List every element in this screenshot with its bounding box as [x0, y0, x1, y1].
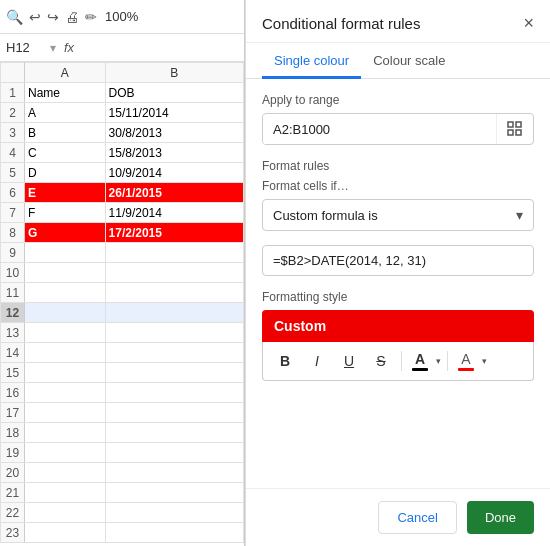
table-row[interactable]: 5D10/9/2014	[1, 163, 244, 183]
cell-a[interactable]: F	[25, 203, 106, 223]
table-row[interactable]: 20	[1, 463, 244, 483]
cell-a[interactable]: Name	[25, 83, 106, 103]
table-row[interactable]: 13	[1, 323, 244, 343]
cell-b[interactable]	[105, 403, 243, 423]
cell-a[interactable]: E	[25, 183, 106, 203]
cell-a[interactable]	[25, 463, 106, 483]
cell-a[interactable]	[25, 423, 106, 443]
cell-b[interactable]	[105, 243, 243, 263]
cell-b[interactable]: 10/9/2014	[105, 163, 243, 183]
cell-b[interactable]	[105, 303, 243, 323]
format-icon[interactable]: ✏	[85, 9, 97, 25]
cell-a[interactable]	[25, 283, 106, 303]
cell-a[interactable]: D	[25, 163, 106, 183]
print-icon[interactable]: 🖨	[65, 9, 79, 25]
cell-b[interactable]	[105, 483, 243, 503]
font-color-dropdown-arrow[interactable]: ▾	[436, 356, 441, 366]
tab-single-colour[interactable]: Single colour	[262, 43, 361, 79]
table-row[interactable]: 6E26/1/2015	[1, 183, 244, 203]
cancel-button[interactable]: Cancel	[378, 501, 456, 534]
formula-input[interactable]	[262, 245, 534, 276]
grid-select-icon[interactable]	[496, 114, 533, 144]
cell-a[interactable]	[25, 323, 106, 343]
table-row[interactable]: 9	[1, 243, 244, 263]
cell-b[interactable]: 15/11/2014	[105, 103, 243, 123]
cell-b[interactable]	[105, 443, 243, 463]
cell-reference[interactable]: H12	[6, 40, 42, 55]
table-row[interactable]: 4C15/8/2013	[1, 143, 244, 163]
cell-b[interactable]	[105, 283, 243, 303]
cell-a[interactable]	[25, 363, 106, 383]
cell-a[interactable]	[25, 243, 106, 263]
cell-a[interactable]: B	[25, 123, 106, 143]
cell-a[interactable]	[25, 523, 106, 543]
cell-b[interactable]: 11/9/2014	[105, 203, 243, 223]
toolbar: 🔍 ↩ ↪ 🖨 ✏ 100%	[0, 0, 244, 34]
cell-a[interactable]	[25, 483, 106, 503]
cell-b[interactable]	[105, 323, 243, 343]
done-button[interactable]: Done	[467, 501, 534, 534]
underline-button[interactable]: U	[335, 347, 363, 375]
formula-bar: H12 ▾ fx	[0, 34, 244, 62]
close-button[interactable]: ×	[523, 14, 534, 32]
cell-b[interactable]	[105, 423, 243, 443]
cell-b[interactable]	[105, 363, 243, 383]
cell-a[interactable]: G	[25, 223, 106, 243]
cell-b[interactable]	[105, 343, 243, 363]
zoom-label: 100%	[105, 9, 138, 24]
bold-button[interactable]: B	[271, 347, 299, 375]
cell-a[interactable]	[25, 383, 106, 403]
cell-b[interactable]	[105, 383, 243, 403]
strikethrough-button[interactable]: S	[367, 347, 395, 375]
table-row[interactable]: 12	[1, 303, 244, 323]
table-row[interactable]: 14	[1, 343, 244, 363]
fill-color-dropdown-arrow[interactable]: ▾	[482, 356, 487, 366]
row-number: 2	[1, 103, 25, 123]
cell-a[interactable]: C	[25, 143, 106, 163]
cell-b[interactable]: 30/8/2013	[105, 123, 243, 143]
italic-button[interactable]: I	[303, 347, 331, 375]
fill-color-button[interactable]: A	[454, 349, 478, 373]
cell-b[interactable]	[105, 503, 243, 523]
cell-a[interactable]	[25, 503, 106, 523]
fill-color-indicator	[458, 368, 474, 371]
undo-icon[interactable]: ↩	[29, 9, 41, 25]
format-rules-label: Format rules	[262, 159, 534, 173]
table-row[interactable]: 22	[1, 503, 244, 523]
table-row[interactable]: 21	[1, 483, 244, 503]
cell-a[interactable]	[25, 443, 106, 463]
cell-a[interactable]	[25, 263, 106, 283]
cell-b[interactable]	[105, 523, 243, 543]
table-row[interactable]: 23	[1, 523, 244, 543]
table-row[interactable]: 1NameDOB	[1, 83, 244, 103]
font-color-letter: A	[415, 351, 425, 367]
cell-b[interactable]: 26/1/2015	[105, 183, 243, 203]
table-row[interactable]: 11	[1, 283, 244, 303]
table-row[interactable]: 16	[1, 383, 244, 403]
table-row[interactable]: 8G17/2/2015	[1, 223, 244, 243]
table-row[interactable]: 15	[1, 363, 244, 383]
range-input[interactable]	[263, 115, 496, 144]
cell-a[interactable]	[25, 303, 106, 323]
table-row[interactable]: 19	[1, 443, 244, 463]
cell-b[interactable]	[105, 263, 243, 283]
redo-icon[interactable]: ↪	[47, 9, 59, 25]
cell-a[interactable]: A	[25, 103, 106, 123]
cell-a[interactable]	[25, 343, 106, 363]
cell-a[interactable]	[25, 403, 106, 423]
font-color-button[interactable]: A	[408, 349, 432, 373]
table-row[interactable]: 10	[1, 263, 244, 283]
cell-b[interactable]: 15/8/2013	[105, 143, 243, 163]
table-row[interactable]: 7F11/9/2014	[1, 203, 244, 223]
formula-dropdown[interactable]: Custom formula is	[263, 201, 506, 230]
search-icon[interactable]: 🔍	[6, 9, 23, 25]
table-row[interactable]: 17	[1, 403, 244, 423]
cell-b[interactable]: 17/2/2015	[105, 223, 243, 243]
tab-colour-scale[interactable]: Colour scale	[361, 43, 457, 79]
cell-b[interactable]: DOB	[105, 83, 243, 103]
cell-b[interactable]	[105, 463, 243, 483]
table-row[interactable]: 18	[1, 423, 244, 443]
table-row[interactable]: 2A15/11/2014	[1, 103, 244, 123]
custom-style-bar[interactable]: Custom	[262, 310, 534, 342]
table-row[interactable]: 3B30/8/2013	[1, 123, 244, 143]
